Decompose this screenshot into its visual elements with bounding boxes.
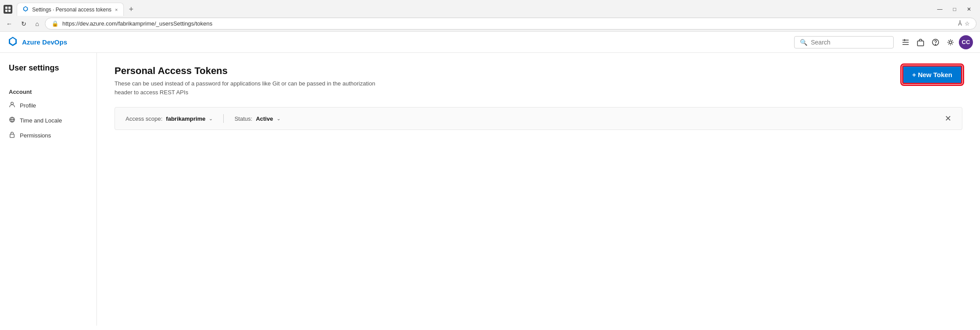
tasks-icon-btn[interactable] <box>899 36 912 49</box>
lock-icon: 🔒 <box>52 20 59 27</box>
status-value: Active <box>256 115 273 122</box>
sidebar-section-account: Account <box>0 85 96 98</box>
logo-text: Azure DevOps <box>22 38 67 46</box>
sidebar-item-time-locale[interactable]: Time and Locale <box>0 113 96 128</box>
access-scope-filter[interactable]: Access scope: fabrikamprime ⌄ <box>126 115 213 122</box>
reader-mode-icon: Â <box>958 20 962 27</box>
address-bar-row: ← ↻ ⌂ 🔒 https://dev.azure.com/fabrikampr… <box>0 16 980 31</box>
app-header: Azure DevOps 🔍 <box>0 32 980 53</box>
tab-title: Settings · Personal access tokens <box>32 7 111 13</box>
svg-rect-1 <box>8 7 11 9</box>
tab-group-icon <box>4 5 12 14</box>
page-header: Personal Access Tokens These can be used… <box>115 65 962 96</box>
search-input[interactable] <box>811 39 888 46</box>
close-button[interactable]: ✕ <box>962 4 976 14</box>
back-button[interactable]: ← <box>4 19 15 29</box>
url-text: https://dev.azure.com/fabrikamprime/_use… <box>62 20 212 27</box>
logo-icon <box>7 36 18 49</box>
new-token-button[interactable]: + New Token <box>902 65 962 84</box>
page-header-text: Personal Access Tokens These can be used… <box>115 65 379 96</box>
sidebar-item-permissions[interactable]: Permissions <box>0 128 96 143</box>
maximize-button[interactable]: □ <box>948 4 962 14</box>
page-layout: User settings Account Profile Time and L… <box>0 53 980 326</box>
profile-icon <box>9 101 15 109</box>
address-icons: Â ☆ <box>958 20 970 27</box>
home-button[interactable]: ⌂ <box>33 19 41 29</box>
globe-icon <box>9 116 15 124</box>
sidebar-title: User settings <box>0 63 96 83</box>
svg-rect-0 <box>5 7 7 9</box>
status-filter[interactable]: Status: Active ⌄ <box>234 115 281 122</box>
favorites-icon: ☆ <box>965 20 970 27</box>
shopping-bag-icon-btn[interactable] <box>914 36 927 49</box>
tab-close-btn[interactable]: × <box>115 7 118 12</box>
browser-chrome: Settings · Personal access tokens × + — … <box>0 0 980 32</box>
page-subtitle: These can be used instead of a password … <box>115 79 379 96</box>
main-content: Personal Access Tokens These can be used… <box>97 53 980 326</box>
sidebar: User settings Account Profile Time and L… <box>0 53 97 326</box>
address-input[interactable]: 🔒 https://dev.azure.com/fabrikamprime/_u… <box>45 18 976 30</box>
refresh-button[interactable]: ↻ <box>18 19 29 29</box>
new-tab-button[interactable]: + <box>126 5 137 13</box>
minimize-button[interactable]: — <box>932 4 948 14</box>
sidebar-item-permissions-label: Permissions <box>20 132 51 139</box>
svg-rect-7 <box>917 41 924 46</box>
svg-rect-13 <box>10 134 14 138</box>
permissions-icon <box>9 131 15 139</box>
search-box[interactable]: 🔍 <box>794 36 894 48</box>
app-logo[interactable]: Azure DevOps <box>7 36 67 49</box>
svg-point-11 <box>11 102 14 105</box>
filter-bar: Access scope: fabrikamprime ⌄ Status: Ac… <box>115 107 962 130</box>
search-icon: 🔍 <box>800 39 807 46</box>
filter-close-button[interactable]: ✕ <box>945 114 951 123</box>
page-title: Personal Access Tokens <box>115 65 379 77</box>
sidebar-item-profile[interactable]: Profile <box>0 98 96 113</box>
access-scope-value: fabrikamprime <box>166 115 206 122</box>
svg-rect-2 <box>5 10 7 12</box>
help-icon-btn[interactable] <box>929 36 942 49</box>
filter-divider <box>223 114 224 123</box>
settings-icon-btn[interactable] <box>944 36 957 49</box>
svg-point-9 <box>936 44 936 44</box>
window-controls: — □ ✕ <box>932 4 976 14</box>
svg-point-10 <box>949 41 952 44</box>
sidebar-item-profile-label: Profile <box>20 102 36 109</box>
svg-rect-3 <box>8 10 11 12</box>
access-scope-label: Access scope: <box>126 115 163 122</box>
tab-favicon <box>22 6 29 13</box>
access-scope-chevron-icon: ⌄ <box>209 116 213 122</box>
status-chevron-icon: ⌄ <box>277 116 281 122</box>
status-label: Status: <box>234 115 252 122</box>
active-tab[interactable]: Settings · Personal access tokens × <box>17 3 124 16</box>
tab-bar: Settings · Personal access tokens × + — … <box>0 0 980 16</box>
avatar[interactable]: CC <box>959 35 973 49</box>
sidebar-item-time-locale-label: Time and Locale <box>20 117 62 124</box>
header-icons: CC <box>899 35 973 49</box>
